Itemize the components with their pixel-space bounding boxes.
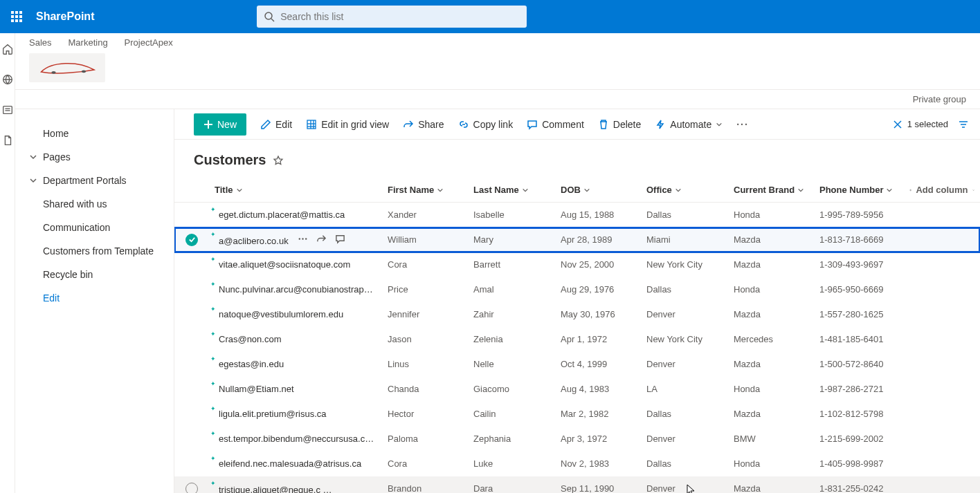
table-row[interactable]: ✦Nunc.pulvinar.arcu@conubianostraper.edu…	[174, 277, 980, 302]
share-icon	[403, 119, 414, 130]
row-select-cell[interactable]	[174, 476, 209, 494]
row-select-cell[interactable]	[174, 452, 209, 476]
nav-department-portals[interactable]: Department Portals	[15, 169, 174, 192]
cell-first: Linus	[382, 352, 468, 377]
hub-link-sales[interactable]: Sales	[29, 37, 52, 48]
share-icon[interactable]	[316, 234, 327, 244]
row-select-cell[interactable]	[174, 327, 209, 352]
row-select-cell[interactable]	[174, 427, 209, 452]
col-brand[interactable]: Current Brand	[728, 178, 814, 203]
nav-recycle-bin[interactable]: Recycle bin	[15, 263, 174, 286]
pencil-icon	[260, 119, 271, 130]
table-row[interactable]: ✦egestas@in.eduLinusNelleOct 4, 1999Denv…	[174, 352, 980, 377]
plus-icon	[909, 186, 911, 194]
cell-brand: Mercedes	[728, 327, 814, 352]
cell-title[interactable]: ✦egestas@in.edu	[209, 352, 382, 377]
cell-title[interactable]: ✦a@aclibero.co.uk	[209, 227, 382, 252]
table-row[interactable]: ✦eleifend.nec.malesuada@atrisus.caCoraLu…	[174, 452, 980, 476]
search-input[interactable]	[280, 11, 520, 22]
cell-title[interactable]: ✦vitae.aliquet@sociisnatoque.com	[209, 252, 382, 277]
cell-dob: Nov 25, 2000	[555, 252, 641, 277]
cell-brand: Mazda	[728, 352, 814, 377]
col-last-name[interactable]: Last Name	[468, 178, 555, 203]
nav-home[interactable]: Home	[15, 122, 174, 145]
col-dob[interactable]: DOB	[555, 178, 641, 203]
automate-command[interactable]: Automate	[655, 119, 723, 130]
cell-title[interactable]: ✦Nullam@Etiam.net	[209, 377, 382, 402]
cell-empty	[904, 302, 980, 327]
star-icon[interactable]	[273, 155, 284, 166]
hub-link-projectapex[interactable]: ProjectApex	[125, 37, 173, 48]
row-select-cell[interactable]	[174, 277, 209, 302]
comment-icon[interactable]	[335, 234, 345, 244]
new-button[interactable]: New	[194, 113, 246, 136]
cell-empty	[904, 427, 980, 452]
select-circle[interactable]	[185, 483, 198, 494]
chevron-down-icon	[522, 187, 529, 194]
row-select-cell[interactable]	[174, 227, 209, 252]
news-icon[interactable]	[1, 104, 14, 116]
check-icon[interactable]	[185, 234, 198, 246]
clear-selection[interactable]: 1 selected	[892, 119, 948, 130]
cell-title[interactable]: ✦tristique.aliquet@neque.c	[209, 476, 382, 494]
comment-icon[interactable]	[368, 483, 378, 493]
cell-title[interactable]: ✦Nunc.pulvinar.arcu@conubianostraper.edu	[209, 277, 382, 302]
globe-icon[interactable]	[1, 73, 14, 86]
files-icon[interactable]	[1, 134, 14, 147]
col-title[interactable]: Title	[209, 178, 382, 203]
more-commands[interactable]: ···	[736, 119, 749, 130]
hub-link-marketing[interactable]: Marketing	[69, 37, 108, 48]
row-select-cell[interactable]	[174, 203, 209, 227]
search-box[interactable]	[257, 6, 527, 28]
cell-title[interactable]: ✦eget.dictum.placerat@mattis.ca	[209, 203, 382, 227]
table-row[interactable]: ✦vitae.aliquet@sociisnatoque.comCoraBarr…	[174, 252, 980, 277]
row-select-cell[interactable]	[174, 302, 209, 327]
more-icon[interactable]	[330, 483, 341, 493]
col-office[interactable]: Office	[641, 178, 728, 203]
nav-edit-link[interactable]: Edit	[15, 286, 174, 310]
edit-command[interactable]: Edit	[260, 119, 292, 130]
table-row[interactable]: ✦tristique.aliquet@neque.c BrandonDaraSe…	[174, 476, 980, 494]
table-row[interactable]: ✦natoque@vestibulumlorem.eduJenniferZahi…	[174, 302, 980, 327]
cell-title[interactable]: ✦natoque@vestibulumlorem.edu	[209, 302, 382, 327]
cell-title[interactable]: ✦est.tempor.bibendum@neccursusa.com	[209, 427, 382, 452]
cell-last: Giacomo	[468, 377, 555, 402]
table-row[interactable]: ✦est.tempor.bibendum@neccursusa.comPalom…	[174, 427, 980, 452]
cell-last: Luke	[468, 452, 555, 476]
cell-dob: May 30, 1976	[555, 302, 641, 327]
col-phone[interactable]: Phone Number	[814, 178, 904, 203]
row-select-cell[interactable]	[174, 252, 209, 277]
more-icon[interactable]	[298, 234, 308, 244]
nav-pages[interactable]: Pages	[15, 145, 174, 169]
table-row[interactable]: ✦ligula.elit.pretium@risus.caHectorCaili…	[174, 402, 980, 427]
table-row[interactable]: ✦eget.dictum.placerat@mattis.caXanderIsa…	[174, 203, 980, 227]
share-command[interactable]: Share	[403, 119, 444, 130]
nav-customers-template[interactable]: Customers from Template	[15, 239, 174, 263]
copy-link-command[interactable]: Copy link	[458, 119, 514, 130]
cell-title[interactable]: ✦Cras@non.com	[209, 327, 382, 352]
app-launcher-icon[interactable]	[0, 0, 33, 33]
col-first-name[interactable]: First Name	[382, 178, 468, 203]
nav-shared[interactable]: Shared with us	[15, 192, 174, 216]
cell-title[interactable]: ✦eleifend.nec.malesuada@atrisus.ca	[209, 452, 382, 476]
cell-title[interactable]: ✦ligula.elit.pretium@risus.ca	[209, 402, 382, 427]
row-select-cell[interactable]	[174, 402, 209, 427]
col-add[interactable]: Add column	[904, 178, 980, 203]
site-logo[interactable]	[29, 53, 105, 82]
col-select[interactable]	[174, 178, 209, 203]
home-icon[interactable]	[1, 43, 14, 55]
delete-command[interactable]: Delete	[598, 119, 641, 130]
row-select-cell[interactable]	[174, 352, 209, 377]
table-row[interactable]: ✦Cras@non.comJasonZeleniaApr 1, 1972New …	[174, 327, 980, 352]
comment-command[interactable]: Comment	[527, 119, 584, 130]
cell-dob: Apr 1, 1972	[555, 327, 641, 352]
table-row[interactable]: ✦a@aclibero.co.uk WilliamMaryApr 28, 198…	[174, 227, 980, 252]
brand-label[interactable]: SharePoint	[36, 10, 94, 23]
nav-communication[interactable]: Communication	[15, 216, 174, 239]
filter-icon[interactable]	[958, 119, 969, 130]
share-icon[interactable]	[349, 483, 359, 493]
table-row[interactable]: ✦Nullam@Etiam.netChandaGiacomoAug 4, 198…	[174, 377, 980, 402]
cell-brand: Mazda	[728, 252, 814, 277]
grid-view-command[interactable]: Edit in grid view	[306, 119, 389, 130]
row-select-cell[interactable]	[174, 377, 209, 402]
